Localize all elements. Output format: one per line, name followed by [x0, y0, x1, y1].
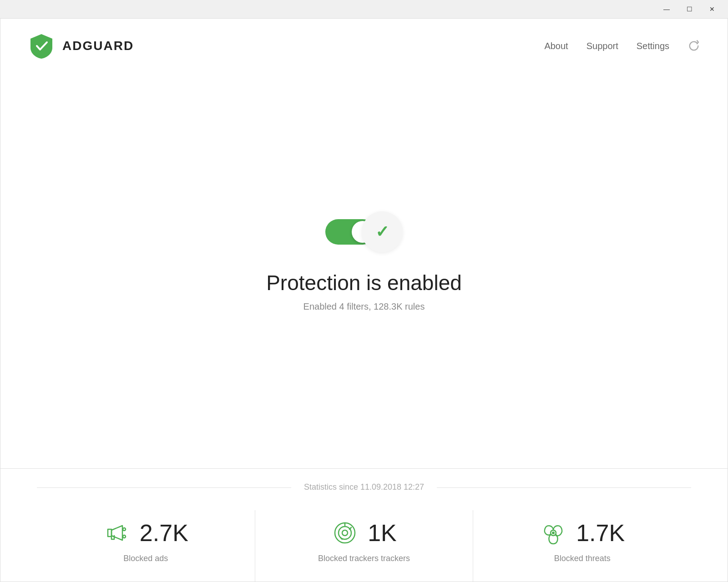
biohazard-icon: [540, 519, 567, 547]
blocked-trackers-label: Blocked trackers trackers: [318, 554, 410, 563]
toggle-container[interactable]: ✓: [325, 211, 403, 252]
header: ADGUARD About Support Settings: [0, 19, 728, 73]
check-mark-icon: ✓: [375, 222, 389, 241]
protection-toggle-wrapper: ✓: [325, 211, 403, 252]
statistics-header: Statistics since 11.09.2018 12:27: [0, 482, 728, 492]
blocked-threats-label: Blocked threats: [554, 554, 611, 563]
statistics-section: Statistics since 11.09.2018 12:27 2.7K B…: [0, 468, 728, 582]
stat-item-blocked-trackers: 1K Blocked trackers trackers: [255, 510, 473, 582]
blocked-threats-count: 1.7K: [576, 519, 625, 547]
title-bar: — ☐ ✕: [0, 0, 728, 18]
app-window: ADGUARD About Support Settings ✓: [0, 18, 728, 582]
stats-grid: 2.7K Blocked ads 1K Block: [0, 510, 728, 582]
close-button[interactable]: ✕: [702, 2, 723, 16]
main-content: ✓ Protection is enabled Enabled 4 filter…: [0, 73, 728, 468]
svg-point-7: [552, 532, 555, 534]
svg-point-1: [123, 535, 126, 538]
stat-icon-row-threats: 1.7K: [540, 519, 625, 547]
check-circle: ✓: [362, 211, 403, 252]
blocked-ads-count: 2.7K: [140, 519, 188, 547]
stat-item-blocked-threats: 1.7K Blocked threats: [473, 510, 691, 582]
refresh-icon: [688, 40, 700, 52]
stat-icon-row-ads: 2.7K: [103, 519, 188, 547]
status-title: Protection is enabled: [266, 271, 462, 295]
maximize-button[interactable]: ☐: [679, 2, 700, 16]
refresh-button[interactable]: [688, 40, 700, 52]
minimize-button[interactable]: —: [656, 2, 677, 16]
tracker-icon: [331, 519, 359, 547]
about-nav-link[interactable]: About: [544, 41, 568, 51]
app-name-label: ADGUARD: [62, 39, 134, 53]
megaphone-icon: [103, 519, 131, 547]
svg-point-0: [123, 528, 126, 531]
nav-area: About Support Settings: [544, 40, 700, 52]
svg-point-4: [342, 530, 348, 536]
blocked-ads-label: Blocked ads: [123, 554, 168, 563]
adguard-logo-icon: [28, 32, 55, 60]
statistics-since-label: Statistics since 11.09.2018 12:27: [304, 482, 424, 492]
logo-area: ADGUARD: [28, 32, 134, 60]
status-subtitle: Enabled 4 filters, 128.3K rules: [303, 301, 425, 312]
settings-nav-link[interactable]: Settings: [637, 41, 669, 51]
stat-icon-row-trackers: 1K: [331, 519, 397, 547]
blocked-trackers-count: 1K: [368, 519, 397, 547]
stat-item-blocked-ads: 2.7K Blocked ads: [37, 510, 255, 582]
support-nav-link[interactable]: Support: [586, 41, 618, 51]
